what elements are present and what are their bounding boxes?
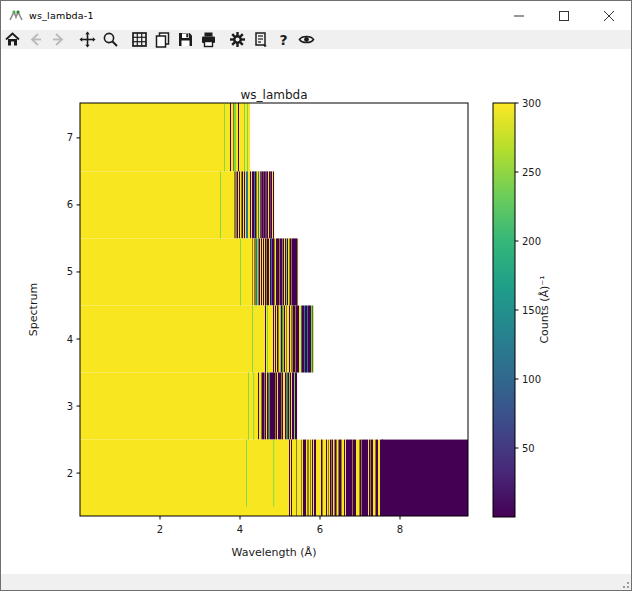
- y-tick-label: 4: [67, 334, 73, 345]
- print-button[interactable]: [197, 30, 220, 49]
- heatmap-row-segment: [80, 171, 234, 238]
- zoom-icon: [102, 31, 119, 48]
- heatmap-row-segment: [80, 440, 288, 516]
- help-button[interactable]: ?: [272, 30, 295, 49]
- accent-line: [220, 171, 221, 238]
- generate-script-button[interactable]: [249, 30, 272, 49]
- heatmap-row-segment: [382, 440, 468, 516]
- window-title: ws_lambda-1: [29, 10, 94, 21]
- colorbar-tick-label: 250: [522, 167, 541, 178]
- copy-button[interactable]: [151, 30, 174, 49]
- accent-line: [253, 373, 254, 440]
- home-icon: [4, 31, 21, 48]
- toggle-overlay-button[interactable]: [295, 30, 318, 49]
- x-tick-label: 2: [157, 524, 163, 535]
- heatmap-plot[interactable]: 2468234567ws_lambdaWavelength (Å)Spectru…: [1, 49, 631, 574]
- maximize-icon: [559, 11, 569, 21]
- copy-icon: [154, 31, 171, 48]
- save-button[interactable]: [174, 30, 197, 49]
- accent-line: [248, 373, 249, 440]
- colorbar-tick-label: 300: [522, 98, 541, 109]
- figure-canvas[interactable]: 2468234567ws_lambdaWavelength (Å)Spectru…: [1, 49, 631, 574]
- y-tick-label: 3: [67, 401, 73, 412]
- y-tick-label: 6: [67, 199, 73, 210]
- colorbar-tick-label: 50: [522, 443, 535, 454]
- app-icon: [8, 8, 24, 24]
- svg-text:?: ?: [279, 32, 287, 48]
- colorbar: [493, 103, 515, 517]
- home-button[interactable]: [1, 30, 24, 49]
- colorbar-label: Counts (Å)⁻¹: [538, 275, 551, 343]
- y-axis-label: Spectrum: [27, 283, 40, 336]
- generate-script-icon: [252, 31, 269, 48]
- print-icon: [200, 31, 217, 48]
- minimize-icon: [514, 11, 524, 21]
- accent-line: [252, 305, 253, 372]
- forward-button[interactable]: [47, 30, 70, 49]
- colorbar-tick-label: 200: [522, 236, 541, 247]
- title-bar[interactable]: ws_lambda-1: [1, 1, 631, 30]
- colorbar-tick-label: 100: [522, 374, 541, 385]
- help-icon: ?: [275, 31, 292, 48]
- eye-icon: [298, 31, 315, 48]
- minimize-button[interactable]: [496, 1, 541, 30]
- x-axis-label: Wavelength (Å): [232, 546, 317, 559]
- settings-button[interactable]: [226, 30, 249, 49]
- back-icon: [27, 31, 44, 48]
- heatmap-row-segment: [80, 373, 258, 440]
- save-icon: [177, 31, 194, 48]
- pan-icon: [79, 31, 96, 48]
- close-button[interactable]: [586, 1, 631, 30]
- chart-title: ws_lambda: [240, 88, 307, 102]
- pan-button[interactable]: [76, 30, 99, 49]
- y-tick-label: 2: [67, 468, 73, 479]
- accent-line: [273, 440, 274, 507]
- heatmap-row-segment: [80, 103, 230, 171]
- accent-line: [240, 238, 241, 305]
- resize-grip[interactable]: [623, 582, 629, 588]
- grid-button[interactable]: [128, 30, 151, 49]
- forward-icon: [50, 31, 67, 48]
- y-tick-label: 5: [67, 266, 73, 277]
- maximize-button[interactable]: [541, 1, 586, 30]
- grid-icon: [131, 31, 148, 48]
- heatmap-row-segment: [80, 238, 252, 305]
- back-button[interactable]: [24, 30, 47, 49]
- plot-window: ws_lambda-1: [0, 0, 632, 591]
- x-tick-label: 6: [317, 524, 323, 535]
- close-icon: [604, 11, 614, 21]
- heatmap-row-segment: [80, 305, 264, 372]
- gear-icon: [229, 31, 246, 48]
- plot-toolbar: ?: [1, 30, 631, 49]
- accent-line: [246, 440, 247, 507]
- accent-line: [224, 104, 225, 171]
- status-bar: [1, 574, 631, 590]
- zoom-button[interactable]: [99, 30, 122, 49]
- x-tick-label: 8: [397, 524, 403, 535]
- y-tick-label: 7: [67, 132, 73, 143]
- x-tick-label: 4: [237, 524, 243, 535]
